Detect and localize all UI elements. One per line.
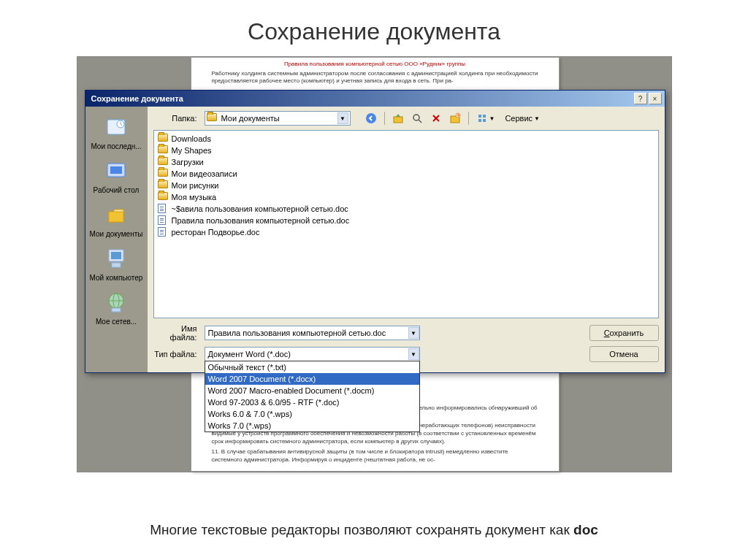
file-name: Downloads xyxy=(172,134,211,143)
file-item[interactable]: ~$авила пользования компьютерной сетью.d… xyxy=(156,203,656,215)
place-item[interactable]: Мои документы xyxy=(88,199,145,241)
place-item[interactable]: Рабочий стол xyxy=(88,155,145,197)
views-icon xyxy=(478,113,488,123)
folder-combo[interactable]: Мои документы ▼ xyxy=(205,111,351,126)
file-item[interactable]: Правила пользования компьютерной сетью.d… xyxy=(156,215,656,226)
service-dropdown[interactable]: Сервис ▼ xyxy=(502,112,543,124)
filetype-option[interactable]: Works 7.0 (*.wps) xyxy=(205,420,419,431)
folder-icon xyxy=(158,157,169,167)
file-item[interactable]: Моя музыка xyxy=(156,191,656,203)
place-icon xyxy=(103,245,129,272)
close-button[interactable]: × xyxy=(649,93,662,104)
folder-toolbar: ✱ ▼ Сервис ▼ xyxy=(364,111,543,126)
svg-text:✱: ✱ xyxy=(456,113,459,118)
place-item[interactable]: Мои последн... xyxy=(88,111,145,153)
place-label: Мой компьютер xyxy=(88,274,145,282)
filetype-option[interactable]: Word 2007 Macro-enabled Document (*.docm… xyxy=(205,385,419,396)
slide-caption: Многие текстовые редакторы позволяют сох… xyxy=(0,522,748,538)
place-label: Мои последн... xyxy=(88,142,145,150)
svg-rect-3 xyxy=(110,166,122,174)
svg-rect-6 xyxy=(111,252,121,259)
folder-icon xyxy=(207,113,218,123)
help-button[interactable]: ? xyxy=(634,93,647,104)
save-dialog: Сохранение документа ? × Мои последн...Р… xyxy=(85,90,665,373)
filetype-option[interactable]: Word 2007 Document (*.docx) xyxy=(205,373,419,385)
file-name: My Shapes xyxy=(172,146,212,155)
file-item[interactable]: Downloads xyxy=(156,133,656,145)
svg-rect-24 xyxy=(483,119,486,122)
filetype-option[interactable]: Works 6.0 & 7.0 (*.wps) xyxy=(205,408,419,420)
place-label: Мои документы xyxy=(88,230,145,238)
place-icon xyxy=(103,202,129,228)
file-item[interactable]: Мои видеозаписи xyxy=(156,168,656,180)
folder-icon xyxy=(158,134,169,144)
up-icon[interactable] xyxy=(391,111,405,126)
filetype-combo[interactable]: Документ Word (*.doc) ▼ xyxy=(205,347,420,361)
chevron-down-icon[interactable]: ▼ xyxy=(408,348,419,360)
screenshot-area: Правила пользования компьютерной сетью О… xyxy=(77,56,672,472)
svg-rect-11 xyxy=(112,308,121,312)
svg-point-12 xyxy=(366,113,376,123)
chevron-down-icon[interactable]: ▼ xyxy=(408,327,419,339)
svg-line-15 xyxy=(419,120,421,123)
file-list[interactable]: DownloadsMy ShapesЗагрузкиМои видеозапис… xyxy=(153,130,659,318)
filename-label: Имя файла: xyxy=(153,324,197,342)
delete-icon[interactable] xyxy=(429,111,443,126)
chevron-down-icon[interactable]: ▼ xyxy=(337,112,348,124)
slide-title: Сохранение документа xyxy=(0,0,748,56)
svg-rect-22 xyxy=(483,115,486,118)
dialog-title: Сохранение документа xyxy=(88,94,634,103)
svg-rect-23 xyxy=(478,119,481,122)
filetype-option[interactable]: Обычный текст (*.txt) xyxy=(205,361,419,373)
place-label: Рабочий стол xyxy=(88,186,145,194)
folder-icon xyxy=(158,180,169,191)
place-icon xyxy=(103,158,129,184)
svg-point-14 xyxy=(413,115,419,120)
back-icon[interactable] xyxy=(364,111,378,126)
doc-red-title: Правила пользования компьютерной сетью О… xyxy=(191,58,559,70)
file-item[interactable]: Загрузки xyxy=(156,156,656,168)
cancel-button[interactable]: Отмена xyxy=(589,346,659,362)
dialog-main: Папка: Мои документы ▼ ✱ xyxy=(148,107,665,372)
place-item[interactable]: Мое сетев... xyxy=(88,286,145,329)
place-icon xyxy=(103,289,129,315)
search-icon[interactable] xyxy=(410,111,424,126)
folder-value: Мои документы xyxy=(221,114,337,123)
save-button[interactable]: Сохранить xyxy=(589,325,659,341)
folder-label: Папка: xyxy=(153,114,197,123)
file-name: Моя музыка xyxy=(172,193,217,202)
file-name: ~$авила пользования компьютерной сетью.d… xyxy=(172,204,348,213)
doc-list-item: 11. В случае срабатывания антивирусной з… xyxy=(212,448,538,464)
file-name: Мои видеозаписи xyxy=(172,169,237,178)
filetype-option[interactable]: Word 97-2003 & 6.0/95 - RTF (*.doc) xyxy=(205,396,419,408)
place-item[interactable]: Мой компьютер xyxy=(88,242,145,285)
document-icon xyxy=(158,204,169,214)
filename-combo[interactable]: Правила пользования компьютерной сетью.d… xyxy=(205,326,420,340)
filename-value: Правила пользования компьютерной сетью.d… xyxy=(205,329,408,337)
svg-rect-13 xyxy=(394,117,402,123)
views-dropdown[interactable]: ▼ xyxy=(475,112,498,125)
folder-icon xyxy=(158,169,169,179)
filetype-label: Тип файла: xyxy=(153,350,197,358)
file-name: Правила пользования компьютерной сетью.d… xyxy=(172,216,350,225)
folder-icon xyxy=(158,145,169,156)
file-name: Мои рисунки xyxy=(172,181,219,190)
svg-rect-7 xyxy=(112,263,121,267)
svg-rect-4 xyxy=(109,212,123,222)
file-item[interactable]: ресторан Подворье.doc xyxy=(156,226,656,238)
file-name: ресторан Подворье.doc xyxy=(172,228,260,237)
folder-icon xyxy=(158,192,169,202)
places-bar: Мои последн...Рабочий столМои документыМ… xyxy=(85,107,148,372)
file-item[interactable]: My Shapes xyxy=(156,145,656,156)
file-item[interactable]: Мои рисунки xyxy=(156,180,656,191)
svg-rect-21 xyxy=(478,115,481,118)
dialog-titlebar[interactable]: Сохранение документа ? × xyxy=(85,91,665,107)
place-icon xyxy=(103,114,129,140)
filetype-dropdown-list[interactable]: Обычный текст (*.txt)Word 2007 Document … xyxy=(205,361,420,432)
new-folder-icon[interactable]: ✱ xyxy=(448,111,462,126)
place-label: Мое сетев... xyxy=(88,318,145,326)
doc-paragraph: Работнику холдинга системным администрат… xyxy=(191,70,559,85)
filetype-value: Документ Word (*.doc) xyxy=(205,350,408,358)
file-name: Загрузки xyxy=(172,158,204,166)
document-icon xyxy=(158,227,169,237)
